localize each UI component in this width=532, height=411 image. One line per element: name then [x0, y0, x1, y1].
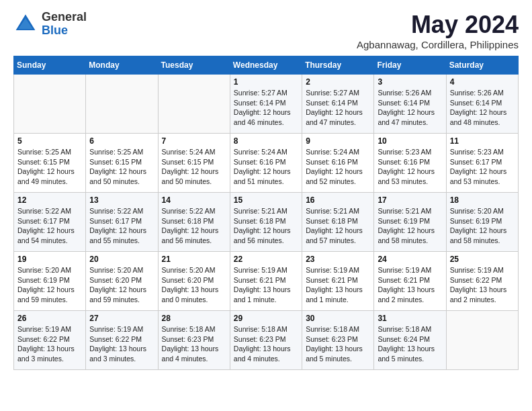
calendar-cell — [14, 75, 86, 134]
location-subtitle: Agbannawag, Cordillera, Philippines — [357, 39, 519, 50]
day-detail: Sunrise: 5:19 AM Sunset: 6:21 PM Dayligh… — [378, 265, 442, 305]
day-detail: Sunrise: 5:26 AM Sunset: 6:14 PM Dayligh… — [450, 88, 515, 128]
day-detail: Sunrise: 5:19 AM Sunset: 6:21 PM Dayligh… — [306, 265, 370, 305]
calendar-cell: 25Sunrise: 5:19 AM Sunset: 6:22 PM Dayli… — [446, 252, 518, 311]
title-area: May 2024 Agbannawag, Cordillera, Philipp… — [357, 11, 519, 50]
calendar-cell: 4Sunrise: 5:26 AM Sunset: 6:14 PM Daylig… — [446, 75, 518, 134]
calendar-cell: 22Sunrise: 5:19 AM Sunset: 6:21 PM Dayli… — [230, 252, 302, 311]
weekday-header-monday: Monday — [86, 56, 158, 75]
day-detail: Sunrise: 5:27 AM Sunset: 6:14 PM Dayligh… — [306, 88, 370, 128]
day-number: 28 — [162, 314, 226, 323]
day-number: 3 — [378, 77, 442, 87]
day-number: 4 — [450, 77, 515, 87]
header: General Blue May 2024 Agbannawag, Cordil… — [13, 11, 519, 50]
day-detail: Sunrise: 5:18 AM Sunset: 6:23 PM Dayligh… — [306, 324, 370, 364]
calendar-cell: 5Sunrise: 5:25 AM Sunset: 6:15 PM Daylig… — [14, 134, 86, 193]
day-number: 6 — [89, 136, 154, 146]
calendar-cell: 30Sunrise: 5:18 AM Sunset: 6:23 PM Dayli… — [302, 311, 374, 370]
day-number: 10 — [378, 136, 442, 146]
month-title: May 2024 — [357, 11, 519, 39]
day-detail: Sunrise: 5:18 AM Sunset: 6:23 PM Dayligh… — [234, 324, 298, 364]
logo-blue-text: Blue — [42, 24, 87, 38]
day-detail: Sunrise: 5:20 AM Sunset: 6:20 PM Dayligh… — [89, 265, 154, 305]
calendar-cell: 20Sunrise: 5:20 AM Sunset: 6:20 PM Dayli… — [86, 252, 158, 311]
weekday-header-thursday: Thursday — [302, 56, 374, 75]
calendar-cell: 26Sunrise: 5:19 AM Sunset: 6:22 PM Dayli… — [14, 311, 86, 370]
day-detail: Sunrise: 5:24 AM Sunset: 6:16 PM Dayligh… — [234, 147, 298, 187]
day-detail: Sunrise: 5:21 AM Sunset: 6:18 PM Dayligh… — [234, 206, 298, 246]
week-row-2: 5Sunrise: 5:25 AM Sunset: 6:15 PM Daylig… — [14, 134, 519, 193]
calendar-cell: 10Sunrise: 5:23 AM Sunset: 6:16 PM Dayli… — [374, 134, 446, 193]
day-detail: Sunrise: 5:21 AM Sunset: 6:18 PM Dayligh… — [306, 206, 370, 246]
day-number: 8 — [234, 136, 298, 146]
day-detail: Sunrise: 5:23 AM Sunset: 6:17 PM Dayligh… — [450, 147, 515, 187]
week-row-5: 26Sunrise: 5:19 AM Sunset: 6:22 PM Dayli… — [14, 311, 519, 370]
day-number: 5 — [17, 136, 82, 146]
calendar-table: SundayMondayTuesdayWednesdayThursdayFrid… — [13, 56, 519, 370]
day-detail: Sunrise: 5:20 AM Sunset: 6:19 PM Dayligh… — [450, 206, 515, 246]
calendar-cell — [446, 311, 518, 370]
calendar-cell: 18Sunrise: 5:20 AM Sunset: 6:19 PM Dayli… — [446, 193, 518, 252]
day-number: 29 — [234, 314, 298, 323]
calendar-cell: 2Sunrise: 5:27 AM Sunset: 6:14 PM Daylig… — [302, 75, 374, 134]
day-number: 19 — [17, 255, 82, 264]
calendar-cell: 9Sunrise: 5:24 AM Sunset: 6:16 PM Daylig… — [302, 134, 374, 193]
calendar-cell: 7Sunrise: 5:24 AM Sunset: 6:15 PM Daylig… — [158, 134, 230, 193]
day-number: 13 — [89, 195, 154, 205]
week-row-3: 12Sunrise: 5:22 AM Sunset: 6:17 PM Dayli… — [14, 193, 519, 252]
day-detail: Sunrise: 5:27 AM Sunset: 6:14 PM Dayligh… — [234, 88, 298, 128]
day-number: 15 — [234, 195, 298, 205]
weekday-header-wednesday: Wednesday — [230, 56, 302, 75]
day-number: 20 — [89, 255, 154, 264]
week-row-4: 19Sunrise: 5:20 AM Sunset: 6:19 PM Dayli… — [14, 252, 519, 311]
calendar-cell: 3Sunrise: 5:26 AM Sunset: 6:14 PM Daylig… — [374, 75, 446, 134]
day-detail: Sunrise: 5:26 AM Sunset: 6:14 PM Dayligh… — [378, 88, 442, 128]
day-number: 22 — [234, 255, 298, 264]
day-detail: Sunrise: 5:22 AM Sunset: 6:17 PM Dayligh… — [89, 206, 154, 246]
day-number: 23 — [306, 255, 370, 264]
day-number: 17 — [378, 195, 442, 205]
weekday-header-tuesday: Tuesday — [158, 56, 230, 75]
calendar-cell: 11Sunrise: 5:23 AM Sunset: 6:17 PM Dayli… — [446, 134, 518, 193]
logo-general-text: General — [42, 11, 87, 24]
day-detail: Sunrise: 5:19 AM Sunset: 6:22 PM Dayligh… — [89, 324, 154, 364]
calendar-cell: 28Sunrise: 5:18 AM Sunset: 6:23 PM Dayli… — [158, 311, 230, 370]
calendar-cell: 31Sunrise: 5:18 AM Sunset: 6:24 PM Dayli… — [374, 311, 446, 370]
day-number: 18 — [450, 195, 515, 205]
calendar-cell: 1Sunrise: 5:27 AM Sunset: 6:14 PM Daylig… — [230, 75, 302, 134]
day-number: 30 — [306, 314, 370, 323]
calendar-cell: 17Sunrise: 5:21 AM Sunset: 6:19 PM Dayli… — [374, 193, 446, 252]
day-detail: Sunrise: 5:19 AM Sunset: 6:22 PM Dayligh… — [450, 265, 515, 305]
calendar-cell: 21Sunrise: 5:20 AM Sunset: 6:20 PM Dayli… — [158, 252, 230, 311]
day-detail: Sunrise: 5:24 AM Sunset: 6:15 PM Dayligh… — [162, 147, 226, 187]
day-number: 7 — [162, 136, 226, 146]
day-number: 2 — [306, 77, 370, 87]
day-number: 9 — [306, 136, 370, 146]
day-detail: Sunrise: 5:23 AM Sunset: 6:16 PM Dayligh… — [378, 147, 442, 187]
day-number: 14 — [162, 195, 226, 205]
week-row-1: 1Sunrise: 5:27 AM Sunset: 6:14 PM Daylig… — [14, 75, 519, 134]
weekday-header-row: SundayMondayTuesdayWednesdayThursdayFrid… — [14, 56, 519, 75]
calendar-cell: 19Sunrise: 5:20 AM Sunset: 6:19 PM Dayli… — [14, 252, 86, 311]
day-number: 24 — [378, 255, 442, 264]
calendar-cell: 24Sunrise: 5:19 AM Sunset: 6:21 PM Dayli… — [374, 252, 446, 311]
calendar-cell: 13Sunrise: 5:22 AM Sunset: 6:17 PM Dayli… — [86, 193, 158, 252]
calendar-cell: 15Sunrise: 5:21 AM Sunset: 6:18 PM Dayli… — [230, 193, 302, 252]
day-number: 25 — [450, 255, 515, 264]
day-detail: Sunrise: 5:24 AM Sunset: 6:16 PM Dayligh… — [306, 147, 370, 187]
day-detail: Sunrise: 5:18 AM Sunset: 6:24 PM Dayligh… — [378, 324, 442, 364]
day-detail: Sunrise: 5:25 AM Sunset: 6:15 PM Dayligh… — [89, 147, 154, 187]
logo: General Blue — [13, 11, 87, 38]
day-number: 12 — [17, 195, 82, 205]
day-detail: Sunrise: 5:22 AM Sunset: 6:18 PM Dayligh… — [162, 206, 226, 246]
day-detail: Sunrise: 5:19 AM Sunset: 6:22 PM Dayligh… — [17, 324, 82, 364]
day-number: 21 — [162, 255, 226, 264]
day-detail: Sunrise: 5:25 AM Sunset: 6:15 PM Dayligh… — [17, 147, 82, 187]
day-number: 26 — [17, 314, 82, 323]
day-number: 11 — [450, 136, 515, 146]
day-detail: Sunrise: 5:22 AM Sunset: 6:17 PM Dayligh… — [17, 206, 82, 246]
calendar-cell — [86, 75, 158, 134]
day-detail: Sunrise: 5:19 AM Sunset: 6:21 PM Dayligh… — [234, 265, 298, 305]
day-number: 27 — [89, 314, 154, 323]
calendar-cell: 8Sunrise: 5:24 AM Sunset: 6:16 PM Daylig… — [230, 134, 302, 193]
